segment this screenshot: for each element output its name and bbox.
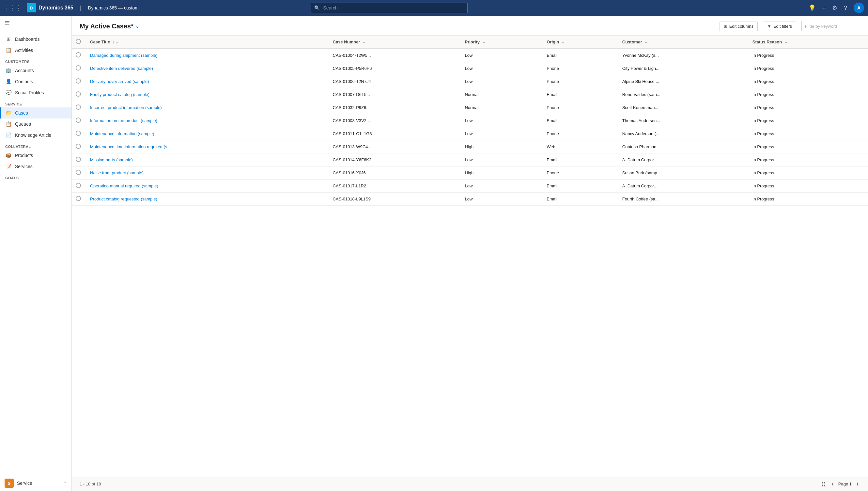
cell-priority: High [459,140,541,153]
row-checkbox[interactable] [76,170,81,175]
th-priority[interactable]: Priority ⌄ [459,36,541,49]
table-row[interactable]: Incorrect product information (sample) C… [72,101,868,114]
sort-icon-status: ⌄ [784,40,787,44]
next-page-button[interactable]: ⟩ [854,480,860,488]
row-checkbox-cell[interactable] [72,179,85,193]
sidebar-item-social-profiles[interactable]: 💬 Social Profiles [0,87,71,98]
filter-keyword-input[interactable] [802,21,860,31]
sidebar-item-label: Activities [15,48,33,53]
table-row[interactable]: Maintenance time information required (s… [72,140,868,153]
th-origin[interactable]: Origin ⌄ [541,36,617,49]
sidebar-item-services[interactable]: 📝 Services [0,161,71,172]
sidebar-item-queues[interactable]: 📋 Queues [0,118,71,129]
row-checkbox-cell[interactable] [72,193,85,206]
table-row[interactable]: Information on the product (sample) CAS-… [72,114,868,127]
row-checkbox-cell[interactable] [72,62,85,75]
row-checkbox[interactable] [76,157,81,162]
sort-icon-case-number: ⌄ [362,40,365,44]
cell-priority: Low [459,193,541,206]
title-dropdown-chevron[interactable]: ⌄ [136,24,139,29]
cell-case-number: CAS-01018-L9L1S9 [328,193,460,206]
header-checkbox[interactable] [76,39,81,44]
cell-priority: High [459,167,541,179]
sidebar-item-products[interactable]: 📦 Products [0,150,71,161]
global-search: 🔍 [311,3,468,13]
table-row[interactable]: Operating manual required (sample) CAS-0… [72,179,868,193]
first-page-button[interactable]: ⟨⟨ [819,480,827,488]
row-checkbox[interactable] [76,78,81,84]
table-row[interactable]: Faulty product catalog (sample) CAS-0100… [72,88,868,101]
row-checkbox[interactable] [76,105,81,110]
sidebar-item-label: Contacts [15,79,33,84]
edit-columns-button[interactable]: ⊞ Edit columns [720,22,758,31]
row-checkbox[interactable] [76,183,81,188]
hamburger-icon[interactable]: ☰ [5,20,10,27]
th-status-reason[interactable]: Status Reason ⌄ [747,36,868,49]
row-checkbox[interactable] [76,131,81,136]
cell-customer: City Power & Ligh... [617,62,747,75]
table-row[interactable]: Defective item delivered (sample) CAS-01… [72,62,868,75]
sidebar-item-label: Social Profiles [15,90,44,95]
row-checkbox[interactable] [76,118,81,123]
row-checkbox[interactable] [76,196,81,201]
cell-customer: Nancy Anderson (... [617,127,747,140]
row-checkbox-cell[interactable] [72,140,85,153]
sidebar-item-activities[interactable]: 📋 Activities [0,45,71,56]
th-case-number[interactable]: Case Number ⌄ [328,36,460,49]
cell-case-title: Defective item delivered (sample) [85,62,328,75]
row-checkbox[interactable] [76,91,81,97]
th-case-title[interactable]: Case Title ↑ ⌄ [85,36,328,49]
row-checkbox[interactable] [76,52,81,57]
table-row[interactable]: Damaged during shipment (sample) CAS-010… [72,49,868,62]
question-icon[interactable]: ？ [842,4,848,12]
table-row[interactable]: Product catalog requested (sample) CAS-0… [72,193,868,206]
sidebar-item-knowledge-article[interactable]: 📄 Knowledge Article [0,129,71,141]
row-checkbox-cell[interactable] [72,75,85,88]
row-checkbox-cell[interactable] [72,88,85,101]
cell-origin: Web [541,140,617,153]
help-circle-icon[interactable]: 💡 [809,4,816,11]
edit-filters-button[interactable]: ▼ Edit filters [763,22,796,31]
th-customer[interactable]: Customer ⌄ [617,36,747,49]
table-row[interactable]: Missing parts (sample) CAS-01014-Y6F6K2 … [72,153,868,167]
sidebar-item-label: Queues [15,121,31,127]
cell-status-reason: In Progress [747,193,868,206]
prev-page-button[interactable]: ⟨ [830,480,836,488]
sidebar-item-dashboards[interactable]: ⊞ Dashboards [0,34,71,45]
sidebar-item-accounts[interactable]: 🏢 Accounts [0,65,71,76]
sidebar-footer[interactable]: S Service ⌃ [0,475,71,491]
cell-customer: Contoso Pharmac... [617,140,747,153]
add-icon[interactable]: ＋ [821,4,827,12]
cell-customer: Thomas Andersen... [617,114,747,127]
search-input[interactable] [311,3,468,13]
cell-status-reason: In Progress [747,127,868,140]
header-checkbox-cell[interactable] [72,36,85,49]
row-checkbox[interactable] [76,65,81,70]
settings-icon[interactable]: ⚙ [832,4,837,11]
section-title-collateral: Collateral [0,141,71,150]
table-row[interactable]: Noise from product (sample) CAS-01016-X0… [72,167,868,179]
sidebar-item-contacts[interactable]: 👤 Contacts [0,76,71,87]
cell-customer: Susan Burk (samp... [617,167,747,179]
user-avatar[interactable]: A [854,3,864,13]
row-checkbox-cell[interactable] [72,101,85,114]
services-icon: 📝 [5,164,12,169]
row-checkbox-cell[interactable] [72,127,85,140]
cell-origin: Email [541,179,617,193]
row-checkbox-cell[interactable] [72,114,85,127]
cell-case-number: CAS-01005-P5R6P6 [328,62,460,75]
cell-origin: Phone [541,62,617,75]
cell-case-title: Delivery never arrived (sample) [85,75,328,88]
row-checkbox-cell[interactable] [72,49,85,62]
row-checkbox[interactable] [76,144,81,149]
queues-icon: 📋 [5,121,12,127]
row-checkbox-cell[interactable] [72,167,85,179]
sort-icon-priority: ⌄ [482,40,485,44]
cell-priority: Low [459,49,541,62]
row-checkbox-cell[interactable] [72,153,85,167]
grid-icon[interactable]: ⋮⋮⋮ [4,4,22,11]
brand-name: Dynamics 365 [38,5,73,11]
table-row[interactable]: Maintenance information (sample) CAS-010… [72,127,868,140]
sidebar-item-cases[interactable]: 📁 Cases [0,107,71,118]
table-row[interactable]: Delivery never arrived (sample) CAS-0100… [72,75,868,88]
